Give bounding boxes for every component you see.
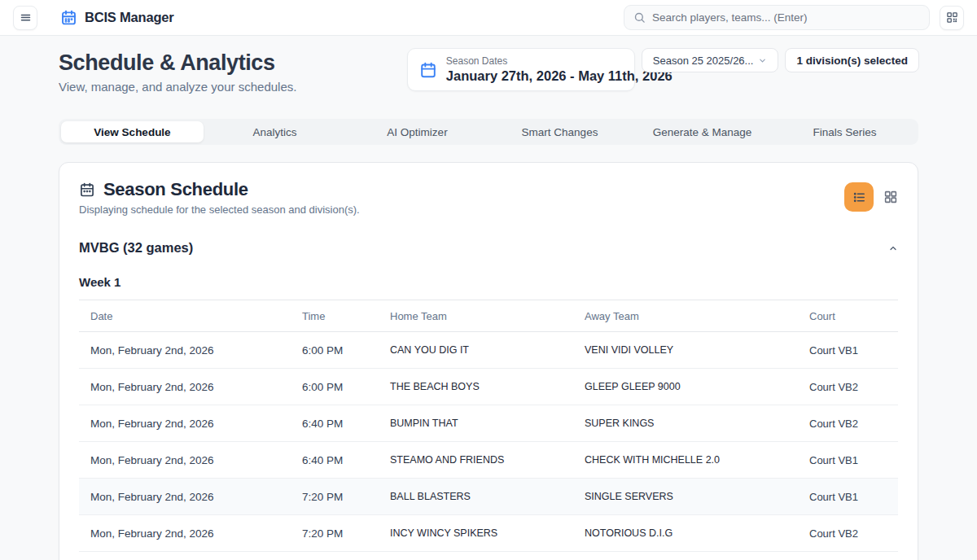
cell-away-team: NOTORIOUS D.I.G (585, 527, 809, 539)
tab-view-schedule[interactable]: View Schedule (61, 121, 204, 142)
table-row[interactable]: Mon, February 2nd, 2026 6:00 PM THE BEAC… (79, 369, 898, 405)
division-group-header[interactable]: MVBG (32 games) (79, 240, 898, 256)
cell-away-team: SINGLE SERVERS (585, 491, 809, 502)
cell-away-team: SUPER KINGS (585, 418, 809, 429)
season-schedule-card: Season Schedule Displaying schedule for … (59, 162, 918, 560)
table-row[interactable]: Mon, February 2nd, 2026 8:00 PM SLAP SLO… (79, 552, 898, 560)
table-row[interactable]: Mon, February 2nd, 2026 7:20 PM BALL BLA… (79, 479, 898, 515)
search-bar (624, 5, 930, 30)
cell-date: Mon, February 2nd, 2026 (90, 491, 302, 503)
cell-court: Court VB1 (809, 344, 887, 357)
grid-view-button[interactable] (883, 190, 898, 204)
list-view-button[interactable] (844, 182, 874, 212)
top-bar: BCIS Manager (0, 0, 977, 36)
cell-date: Mon, February 2nd, 2026 (90, 381, 302, 393)
cell-home-team: BUMPIN THAT (390, 418, 585, 429)
column-header-court: Court (809, 310, 887, 322)
week-title: Week 1 (79, 275, 898, 289)
season-select[interactable]: Season 25 2025/26... (642, 48, 779, 72)
cell-court: Court VB2 (809, 381, 887, 393)
cell-court: Court VB2 (809, 418, 887, 430)
tab-smart-changes[interactable]: Smart Changes (488, 121, 631, 142)
column-header-away: Away Team (585, 310, 809, 322)
card-subtitle: Displaying schedule for the selected sea… (79, 203, 360, 216)
season-dates-value: January 27th, 2026 - May 11th, 2026 (446, 68, 673, 84)
tab-ai-optimizer[interactable]: AI Optimizer (346, 121, 488, 142)
page-title: Schedule & Analytics (59, 50, 407, 76)
qr-code-button[interactable] (940, 6, 964, 30)
season-dates-label: Season Dates (446, 55, 673, 67)
page-header: Schedule & Analytics View, manage, and a… (0, 36, 977, 94)
calendar-icon (79, 182, 95, 198)
cell-court: Court VB1 (809, 454, 887, 466)
table-row[interactable]: Mon, February 2nd, 2026 6:00 PM CAN YOU … (79, 332, 898, 369)
search-input[interactable] (652, 11, 920, 24)
calendar-logo-icon (60, 9, 77, 26)
cell-home-team: CAN YOU DIG IT (390, 344, 585, 356)
column-header-date: Date (90, 310, 302, 322)
cell-court: Court VB1 (809, 491, 887, 503)
cell-time: 6:00 PM (302, 344, 390, 357)
cell-away-team: VENI VIDI VOLLEY (585, 344, 809, 356)
menu-button[interactable] (13, 6, 37, 30)
column-header-home: Home Team (390, 310, 585, 322)
cell-home-team: BALL BLASTERS (390, 491, 585, 502)
app-title: BCIS Manager (85, 10, 173, 25)
main-tabbar: View ScheduleAnalyticsAI OptimizerSmart … (59, 119, 918, 145)
schedule-table-header: Date Time Home Team Away Team Court (79, 300, 898, 332)
season-dates-card: Season Dates January 27th, 2026 - May 11… (407, 48, 635, 91)
cell-away-team: GLEEP GLEEP 9000 (585, 381, 809, 392)
list-icon (852, 190, 866, 204)
tab-generate-manage[interactable]: Generate & Manage (631, 121, 773, 142)
calendar-icon (419, 61, 437, 79)
season-select-value: Season 25 2025/26... (653, 55, 754, 67)
chevron-up-icon[interactable] (888, 243, 898, 253)
hamburger-icon (20, 11, 32, 24)
cell-date: Mon, February 2nd, 2026 (90, 418, 302, 430)
cell-home-team: STEAMO AND FRIENDS (390, 454, 585, 466)
cell-time: 6:40 PM (302, 454, 390, 466)
tab-analytics[interactable]: Analytics (204, 121, 346, 142)
search-icon (633, 11, 646, 24)
card-title: Season Schedule (103, 179, 248, 200)
cell-time: 6:00 PM (302, 381, 390, 393)
cell-away-team: CHECK WITH MICHELLE 2.0 (585, 454, 809, 466)
cell-date: Mon, February 2nd, 2026 (90, 454, 302, 466)
schedule-table: Date Time Home Team Away Team Court Mon,… (79, 300, 898, 560)
table-row[interactable]: Mon, February 2nd, 2026 7:20 PM INCY WIN… (79, 515, 898, 552)
tab-finals-series[interactable]: Finals Series (773, 121, 916, 142)
division-filter-label: 1 division(s) selected (796, 55, 908, 67)
schedule-table-body: Mon, February 2nd, 2026 6:00 PM CAN YOU … (79, 332, 898, 560)
cell-time: 7:20 PM (302, 527, 390, 540)
cell-date: Mon, February 2nd, 2026 (90, 527, 302, 540)
table-row[interactable]: Mon, February 2nd, 2026 6:40 PM STEAMO A… (79, 442, 898, 479)
app-brand: BCIS Manager (60, 9, 173, 26)
page-subtitle: View, manage, and analyze your schedules… (59, 80, 407, 94)
grid-icon (883, 190, 898, 204)
qr-code-icon (946, 11, 958, 24)
table-row[interactable]: Mon, February 2nd, 2026 6:40 PM BUMPIN T… (79, 405, 898, 442)
chevron-down-icon (758, 56, 767, 65)
cell-time: 7:20 PM (302, 491, 390, 503)
cell-court: Court VB2 (809, 527, 887, 540)
division-group-title: MVBG (32 games) (79, 240, 193, 256)
division-filter-button[interactable]: 1 division(s) selected (785, 48, 919, 72)
cell-date: Mon, February 2nd, 2026 (90, 344, 302, 357)
cell-home-team: THE BEACH BOYS (390, 381, 585, 392)
column-header-time: Time (302, 310, 390, 322)
cell-time: 6:40 PM (302, 418, 390, 430)
cell-home-team: INCY WINCY SPIKERS (390, 527, 585, 539)
